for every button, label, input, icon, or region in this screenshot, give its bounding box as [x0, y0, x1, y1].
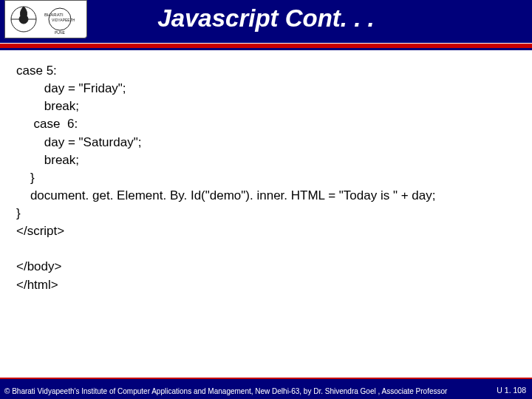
header-dark-strip	[0, 48, 532, 50]
slide-footer: © Bharati Vidyapeeth's Institute of Comp…	[0, 379, 532, 399]
slide: BHARATI VIDYAPEETH PUNE Javascript Cont.…	[0, 0, 532, 399]
footer-page-number: U 1. 108	[497, 386, 526, 395]
code-block: case 5: day = "Friday"; break; case 6: d…	[16, 62, 523, 294]
slide-header: BHARATI VIDYAPEETH PUNE Javascript Cont.…	[0, 0, 532, 43]
slide-content: case 5: day = "Friday"; break; case 6: d…	[16, 62, 523, 294]
slide-title: Javascript Cont. . .	[0, 4, 532, 33]
header-red-accent	[0, 43, 532, 48]
footer-copyright: © Bharati Vidyapeeth's Institute of Comp…	[4, 387, 447, 395]
